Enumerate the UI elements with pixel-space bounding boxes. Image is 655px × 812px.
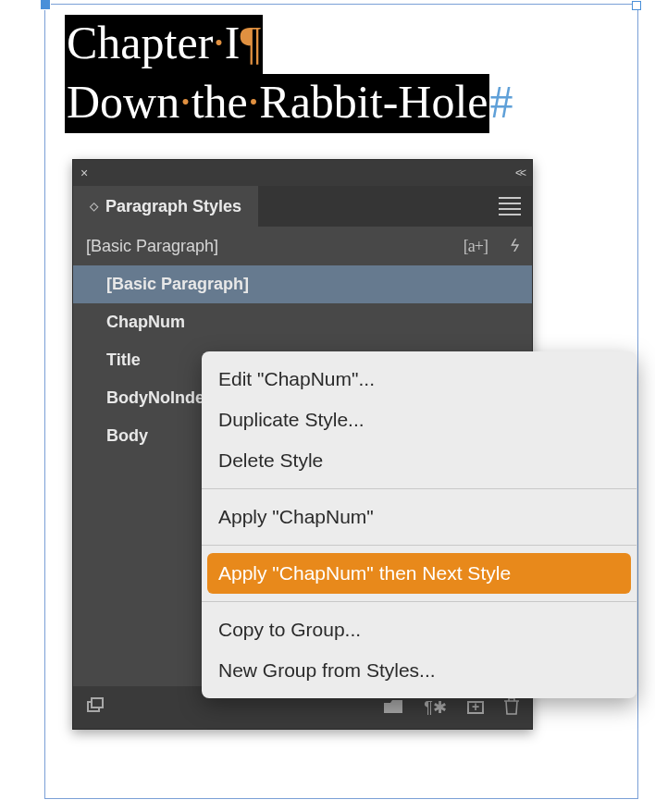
delete-style-icon[interactable] (504, 696, 519, 720)
menu-separator (202, 545, 636, 546)
space-marker: · (179, 76, 192, 128)
new-group-icon[interactable] (383, 697, 403, 719)
panel-title: Paragraph Styles (105, 197, 241, 216)
style-override-icon[interactable]: [a+] (463, 237, 488, 256)
end-of-story-marker: # (489, 76, 513, 128)
space-marker: · (213, 17, 225, 68)
menu-item[interactable]: Edit "ChapNum"... (202, 359, 636, 400)
new-style-icon[interactable] (467, 701, 484, 714)
space-marker: · (248, 76, 260, 128)
menu-item[interactable]: Delete Style (202, 440, 636, 481)
menu-item[interactable]: Apply "ChapNum" (202, 497, 636, 537)
collapse-icon[interactable]: << (515, 166, 525, 179)
current-style-label: [Basic Paragraph] (86, 237, 218, 256)
text-run: Down (67, 76, 179, 128)
text-run: I (225, 17, 241, 68)
close-icon[interactable]: × (80, 166, 88, 180)
menu-item[interactable]: Apply "ChapNum" then Next Style (207, 553, 631, 594)
sort-icon: ◇ (90, 200, 98, 213)
style-item[interactable]: ChapNum (73, 303, 532, 341)
menu-item[interactable]: Copy to Group... (202, 609, 636, 650)
document-text[interactable]: Chapter·I¶ Down·the·Rabbit-Hole# (65, 15, 513, 133)
clear-overrides-icon[interactable]: ¶✱ (424, 697, 447, 718)
menu-item[interactable]: New Group from Styles... (202, 650, 636, 691)
menu-separator (202, 601, 636, 602)
menu-separator (202, 488, 636, 489)
pilcrow-marker: ¶ (240, 17, 261, 68)
tab-paragraph-styles[interactable]: ◇ Paragraph Styles (73, 186, 258, 228)
text-run: Rabbit-Hole (259, 76, 488, 128)
panel-titlebar: × << (73, 160, 532, 186)
quick-apply-icon[interactable]: ϟ (508, 236, 519, 256)
text-run: the (192, 76, 248, 128)
context-menu: Edit "ChapNum"...Duplicate Style...Delet… (202, 351, 636, 698)
groups-toggle-icon[interactable] (86, 697, 105, 718)
svg-rect-1 (92, 698, 103, 707)
style-item[interactable]: [Basic Paragraph] (73, 265, 532, 303)
panel-tabrow: ◇ Paragraph Styles (73, 186, 532, 227)
current-style-row: [Basic Paragraph] [a+] ϟ (73, 227, 532, 265)
panel-menu-icon[interactable] (499, 197, 521, 215)
text-run: Chapter (67, 17, 213, 68)
menu-item[interactable]: Duplicate Style... (202, 400, 636, 440)
